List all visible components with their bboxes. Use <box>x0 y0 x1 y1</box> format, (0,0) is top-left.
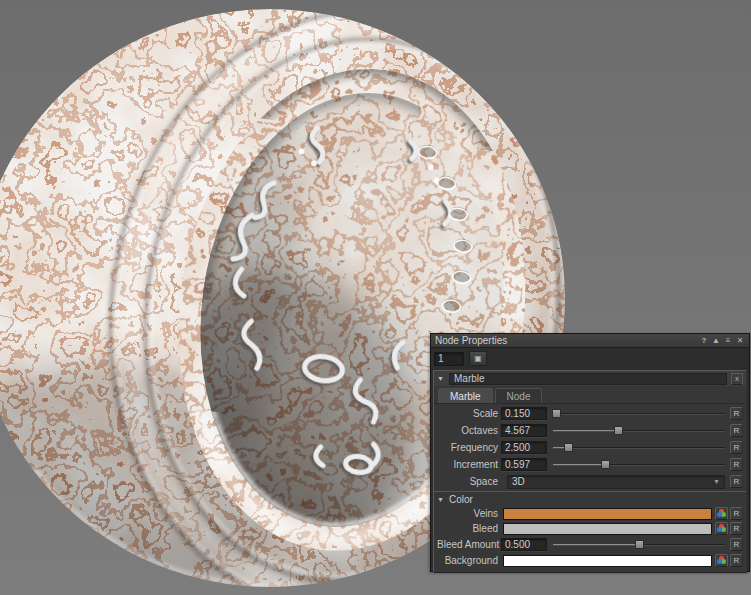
scale-value-field[interactable] <box>501 407 547 420</box>
collapse-icon[interactable]: ▼ <box>437 375 445 382</box>
octaves-slider[interactable] <box>553 423 725 438</box>
param-label: Frequency <box>437 442 501 453</box>
reset-button[interactable]: R <box>730 507 743 520</box>
frequency-value-field[interactable] <box>501 441 547 454</box>
param-label: Octaves <box>437 425 501 436</box>
slider-handle[interactable] <box>552 409 561 418</box>
rollup-icon[interactable]: ▲ <box>711 336 721 346</box>
application-window: Node Properties ? ▲ ≡ ✕ ▣ ▼ Marble x Mar… <box>0 0 751 595</box>
collapse-icon[interactable]: ▼ <box>437 496 445 503</box>
param-row-bleed-amount: Bleed Amount R <box>437 537 743 552</box>
space-value: 3D <box>512 476 713 487</box>
tab-marble[interactable]: Marble <box>438 388 493 403</box>
bleed-amount-slider[interactable] <box>553 537 725 552</box>
param-label: Space <box>437 476 501 487</box>
slider-track <box>553 447 725 448</box>
reset-button[interactable]: R <box>730 458 743 471</box>
param-row-scale: Scale R <box>437 406 743 421</box>
param-label: Background <box>437 555 501 566</box>
frequency-slider[interactable] <box>553 440 725 455</box>
menu-icon[interactable]: ≡ <box>723 336 733 346</box>
group-close-button[interactable]: x <box>731 373 743 385</box>
reset-button[interactable]: R <box>730 475 743 488</box>
slider-track <box>553 413 725 414</box>
slider-handle[interactable] <box>635 540 644 549</box>
reset-button[interactable]: R <box>730 522 743 535</box>
slider-fill <box>553 430 618 431</box>
node-index-field[interactable] <box>434 352 464 366</box>
reset-button[interactable]: R <box>730 538 743 551</box>
param-label: Bleed <box>437 523 501 534</box>
reset-button[interactable]: R <box>730 424 743 437</box>
param-label: Veins <box>437 508 501 519</box>
slider-handle[interactable] <box>564 443 573 452</box>
panel-toolbar: ▣ <box>431 348 749 369</box>
bleed-color-swatch[interactable] <box>503 523 712 535</box>
panel-titlebar[interactable]: Node Properties ? ▲ ≡ ✕ <box>431 334 749 348</box>
chevron-down-icon: ▼ <box>713 478 720 485</box>
node-picker-icon: ▣ <box>474 354 482 363</box>
tab-node[interactable]: Node <box>495 388 543 403</box>
node-picker-button[interactable]: ▣ <box>469 351 487 366</box>
marble-group: ▼ Marble x Marble Node Scale R <box>433 370 747 573</box>
background-color-swatch[interactable] <box>503 555 712 567</box>
param-row-octaves: Octaves R <box>437 423 743 438</box>
panel-title: Node Properties <box>435 334 699 347</box>
slider-handle[interactable] <box>601 460 610 469</box>
bleed-amount-field[interactable] <box>501 538 547 551</box>
tab-bar: Marble Node <box>434 386 746 404</box>
param-label: Scale <box>437 408 501 419</box>
increment-value-field[interactable] <box>501 458 547 471</box>
param-row-increment: Increment R <box>437 457 743 472</box>
color-section-header[interactable]: ▼ Color <box>434 491 746 505</box>
node-properties-panel: Node Properties ? ▲ ≡ ✕ ▣ ▼ Marble x Mar… <box>430 333 750 572</box>
color-row-veins: Veins R <box>437 507 743 520</box>
color-picker-button[interactable] <box>715 507 728 520</box>
slider-fill <box>553 544 639 545</box>
section-title: Color <box>449 494 473 505</box>
veins-color-swatch[interactable] <box>503 508 712 520</box>
marble-group-header[interactable]: ▼ Marble x <box>434 371 746 386</box>
param-label: Bleed Amount <box>437 539 501 550</box>
help-icon[interactable]: ? <box>699 336 709 346</box>
reset-button[interactable]: R <box>730 441 743 454</box>
reset-button[interactable]: R <box>730 554 743 567</box>
titlebar-icons: ? ▲ ≡ ✕ <box>699 336 745 346</box>
close-icon[interactable]: ✕ <box>735 336 745 346</box>
octaves-value-field[interactable] <box>501 424 547 437</box>
increment-slider[interactable] <box>553 457 725 472</box>
scale-slider[interactable] <box>553 406 725 421</box>
slider-handle[interactable] <box>614 426 623 435</box>
space-dropdown[interactable]: 3D ▼ <box>507 475 725 489</box>
group-title: Marble <box>449 373 727 385</box>
param-row-space: Space 3D ▼ R <box>437 474 743 489</box>
reset-button[interactable]: R <box>730 407 743 420</box>
param-label: Increment <box>437 459 501 470</box>
color-row-bleed: Bleed R <box>437 522 743 535</box>
param-row-frequency: Frequency R <box>437 440 743 455</box>
slider-fill <box>553 464 605 465</box>
color-picker-button[interactable] <box>715 554 728 567</box>
color-row-background: Background R <box>437 554 743 567</box>
color-picker-button[interactable] <box>715 522 728 535</box>
